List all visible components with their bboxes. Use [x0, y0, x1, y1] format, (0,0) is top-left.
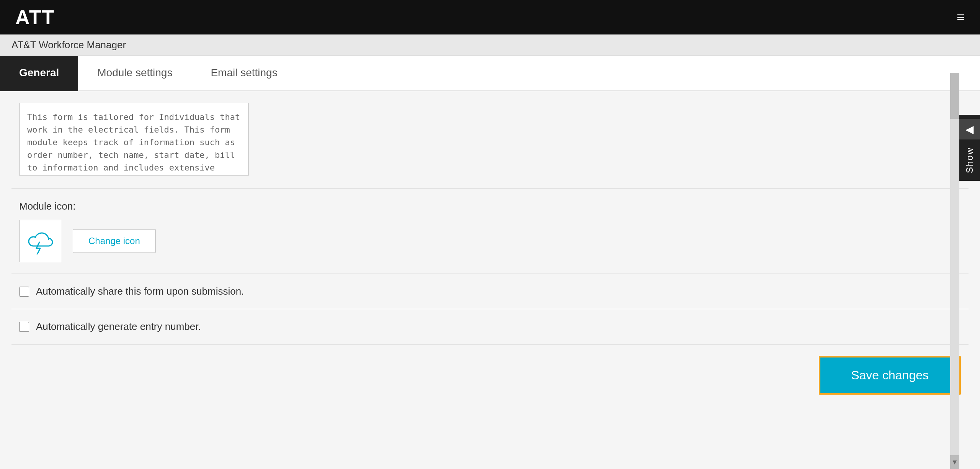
auto-share-section: Automatically share this form upon submi… [11, 274, 969, 309]
auto-share-checkbox[interactable] [19, 287, 29, 297]
scrollbar-thumb[interactable] [950, 73, 959, 119]
change-icon-button[interactable]: Change icon [73, 229, 156, 253]
module-icon-row: Change icon [19, 220, 969, 262]
tab-bar: General Module settings Email settings [0, 56, 980, 91]
auto-share-label: Automatically share this form upon submi… [36, 285, 244, 297]
save-changes-button[interactable]: Save changes [819, 356, 961, 395]
top-nav: ATT ≡ [0, 0, 980, 34]
cloud-lightning-icon [25, 228, 56, 254]
breadcrumb: AT&T Workforce Manager [0, 34, 980, 56]
auto-generate-section: Automatically generate entry number. [11, 309, 969, 344]
description-section [11, 91, 969, 189]
save-section: Save changes [11, 344, 969, 406]
module-icon-label: Module icon: [19, 200, 969, 212]
scrollbar-track: ▼ [950, 73, 959, 469]
menu-icon[interactable]: ≡ [957, 9, 965, 25]
auto-generate-checkbox[interactable] [19, 322, 29, 332]
tab-module-settings[interactable]: Module settings [78, 56, 191, 91]
auto-generate-label: Automatically generate entry number. [36, 321, 201, 333]
module-icon-box [19, 220, 61, 262]
app-logo: ATT [15, 6, 55, 29]
module-icon-section: Module icon: Change icon [11, 189, 969, 274]
tab-email-settings[interactable]: Email settings [191, 56, 296, 91]
tab-general[interactable]: General [0, 56, 78, 91]
side-show-panel[interactable]: ◀ Show [959, 115, 980, 181]
side-panel-label: Show [964, 143, 975, 177]
description-textarea[interactable] [19, 103, 249, 175]
breadcrumb-text: AT&T Workforce Manager [11, 39, 126, 51]
main-content: Module icon: Change icon Automatically s… [0, 91, 980, 469]
scrollbar-arrow-down-icon[interactable]: ▼ [950, 455, 959, 469]
side-panel-arrow-icon: ◀ [959, 119, 980, 139]
